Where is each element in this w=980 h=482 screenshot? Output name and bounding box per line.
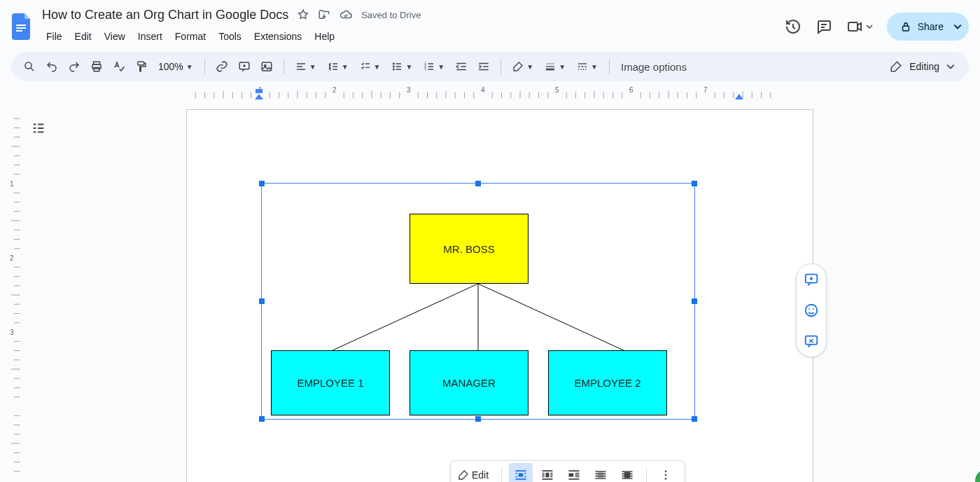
move-icon[interactable] (318, 8, 330, 21)
share-button[interactable]: Share (887, 13, 969, 41)
comments-icon[interactable] (816, 18, 832, 35)
print-icon[interactable] (87, 57, 106, 76)
docs-logo[interactable] (8, 7, 36, 45)
pencil-icon (458, 469, 469, 481)
align-menu[interactable]: ▼ (291, 57, 321, 76)
svg-text:5: 5 (555, 86, 559, 94)
explore-fab[interactable] (974, 468, 980, 482)
line-spacing-menu[interactable]: ▼ (323, 57, 353, 76)
svg-text:3: 3 (425, 67, 427, 71)
svg-rect-4 (902, 26, 909, 31)
cloud-saved-icon[interactable] (339, 8, 353, 21)
menu-tools[interactable]: Tools (213, 28, 247, 45)
svg-rect-1 (16, 27, 26, 29)
zoom-value: 100% (158, 61, 183, 72)
document-title[interactable]: How to Create an Org Chart in Google Doc… (41, 6, 290, 24)
add-comment-icon[interactable] (234, 57, 254, 76)
redo-icon[interactable] (64, 57, 84, 76)
insert-image-icon[interactable] (257, 57, 276, 76)
main-toolbar: 100%▼ ▼ ▼ ▼ ▼ 123▼ ▼ ▼ ▼ Image options E… (11, 52, 969, 81)
svg-rect-11 (262, 62, 272, 71)
svg-point-135 (813, 308, 814, 310)
border-color-menu[interactable]: ▼ (508, 57, 538, 76)
add-comment-icon[interactable] (804, 272, 819, 287)
menu-extensions[interactable]: Extensions (248, 28, 307, 45)
numbered-list-menu[interactable]: 123▼ (419, 57, 449, 76)
document-area: 1234567 123 (0, 84, 980, 482)
indent-decrease-icon[interactable] (451, 57, 471, 76)
separator (204, 59, 205, 74)
separator (609, 59, 610, 74)
separator (646, 467, 647, 482)
org-node-emp1: EMPLOYEE 1 (271, 350, 390, 415)
history-icon[interactable] (785, 18, 802, 35)
paint-format-icon[interactable] (132, 57, 151, 76)
svg-line-123 (478, 284, 625, 351)
vertical-ruler[interactable]: 123 (0, 101, 24, 482)
svg-rect-126 (569, 474, 574, 477)
mode-switcher[interactable]: Editing (890, 60, 955, 73)
chevron-down-icon (953, 22, 962, 31)
outline-toggle-icon[interactable] (31, 120, 48, 137)
app-header: How to Create an Org Chart in Google Doc… (0, 0, 980, 50)
emoji-icon[interactable] (804, 303, 819, 318)
saved-status: Saved to Drive (361, 10, 421, 20)
border-weight-menu[interactable]: ▼ (540, 57, 570, 76)
org-node-label: EMPLOYEE 2 (574, 377, 640, 389)
org-node-boss: MR. BOSS (410, 214, 528, 284)
star-icon[interactable] (297, 8, 309, 21)
edit-drawing-button[interactable]: Edit (458, 463, 494, 482)
wrap-inline-icon[interactable] (509, 463, 533, 482)
separator (500, 59, 501, 74)
image-options-button[interactable]: Image options (617, 57, 691, 76)
menu-view[interactable]: View (99, 28, 131, 45)
drawing-options-toolbar: Edit (450, 460, 685, 482)
menu-edit[interactable]: Edit (69, 28, 97, 45)
svg-rect-125 (546, 473, 550, 478)
svg-text:3: 3 (10, 329, 14, 336)
undo-icon[interactable] (42, 57, 62, 76)
svg-point-14 (393, 66, 395, 67)
menu-bar: File Edit View Insert Format Tools Exten… (41, 28, 421, 45)
checklist-menu[interactable]: ▼ (356, 57, 385, 76)
chevron-down-icon (946, 62, 955, 71)
break-text-icon[interactable] (562, 463, 586, 482)
zoom-select[interactable]: 100%▼ (154, 57, 197, 76)
separator (501, 467, 502, 482)
search-icon[interactable] (20, 57, 39, 76)
org-node-label: MANAGER (442, 377, 496, 389)
suggest-edits-icon[interactable] (804, 333, 819, 349)
edit-label: Edit (469, 469, 494, 481)
menu-file[interactable]: File (41, 28, 68, 45)
svg-rect-128 (624, 472, 630, 478)
svg-rect-124 (519, 474, 524, 477)
horizontal-ruler[interactable]: 1234567 (24, 84, 980, 101)
svg-rect-127 (598, 472, 603, 478)
spellcheck-icon[interactable] (109, 57, 129, 76)
svg-rect-2 (16, 30, 22, 32)
behind-text-icon[interactable] (589, 463, 612, 482)
pencil-icon (890, 60, 902, 73)
document-page[interactable]: MR. BOSS EMPLOYEE 1 MANAGER EMPLOYEE 2 E… (186, 109, 813, 482)
side-comment-pill (796, 263, 827, 357)
in-front-text-icon[interactable] (615, 463, 639, 482)
wrap-text-icon[interactable] (536, 463, 559, 482)
bullet-list-menu[interactable]: ▼ (387, 57, 416, 76)
insert-link-icon[interactable] (212, 57, 232, 76)
menu-format[interactable]: Format (169, 28, 211, 45)
menu-insert[interactable]: Insert (132, 28, 168, 45)
more-options-icon[interactable] (654, 463, 678, 482)
indent-increase-icon[interactable] (474, 57, 493, 76)
svg-point-13 (393, 63, 395, 64)
svg-rect-9 (138, 62, 144, 65)
mode-label: Editing (909, 61, 939, 72)
org-node-label: EMPLOYEE 1 (297, 377, 363, 389)
org-node-manager: MANAGER (410, 350, 528, 415)
svg-point-130 (665, 474, 667, 476)
svg-point-131 (665, 478, 667, 480)
org-node-label: MR. BOSS (443, 243, 494, 255)
border-dash-menu[interactable]: ▼ (573, 57, 602, 76)
meet-icon[interactable] (846, 18, 873, 35)
svg-text:7: 7 (704, 86, 708, 94)
menu-help[interactable]: Help (309, 28, 340, 45)
